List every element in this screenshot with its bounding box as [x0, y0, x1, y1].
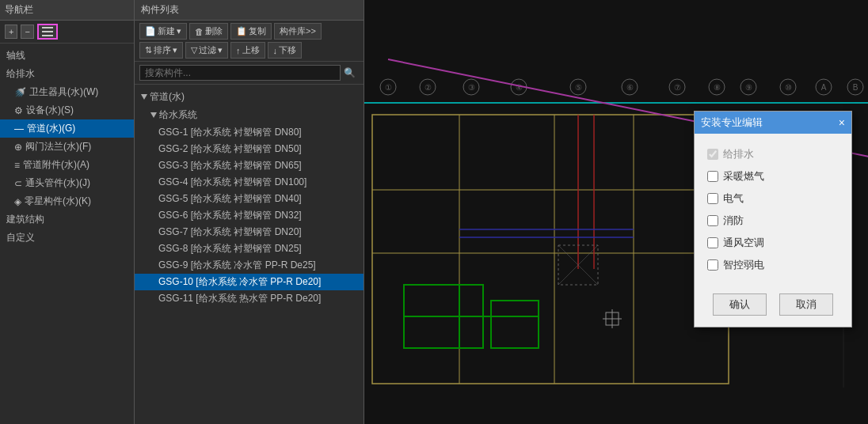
fitting-icon: ⊂ [14, 178, 22, 189]
component-header: 构件列表 [135, 0, 364, 21]
tree-item-9[interactable]: GSG-10 [给水系统 冷水管 PP-R De20] [135, 274, 364, 290]
down-icon: ↓ [273, 46, 278, 55]
up-icon: ↑ [236, 46, 241, 55]
checkbox-drainage: 给排水 [707, 143, 839, 165]
new-button[interactable]: 📄 新建▾ [139, 23, 187, 40]
sort-icon: ⇅ [145, 45, 152, 55]
component-tree: 管道(水) 给水系统 GSG-1 [给水系统 衬塑钢管 DN80] GSG-2 … [135, 85, 364, 424]
component-title: 构件列表 [141, 4, 179, 15]
checkbox-drainage-input[interactable] [707, 149, 718, 160]
checkbox-heating-input[interactable] [707, 171, 718, 182]
checkbox-drainage-label: 给排水 [723, 147, 754, 161]
search-icon: 🔍 [341, 66, 359, 80]
valve-icon: ⊕ [14, 142, 22, 153]
sidebar-item-misc[interactable]: ◈零星构件(水)(K) [0, 192, 134, 210]
pipe-accessory-icon: ≡ [14, 160, 20, 171]
sidebar-item-fitting[interactable]: ⊂通头管件(水)(J) [0, 174, 134, 192]
search-bar: 🔍 [135, 62, 364, 85]
modal-title: 安装专业编辑 [701, 115, 763, 130]
modal-overlay: 安装专业编辑 × 给排水 采暖燃气 电气 消防 [364, 0, 868, 424]
checkbox-fire: 消防 [707, 210, 839, 232]
checkbox-electrical-input[interactable] [707, 193, 718, 204]
tree-item-3[interactable]: GSG-4 [给水系统 衬塑钢管 DN100] [135, 174, 364, 191]
up-button[interactable]: ↑ 上移 [230, 42, 265, 59]
sidebar-item-pipe-accessory[interactable]: ≡管道附件(水)(A) [0, 156, 134, 174]
sidebar-item-building[interactable]: 建筑结构 [0, 210, 134, 229]
tree-item-4[interactable]: GSG-5 [给水系统 衬塑钢管 DN40] [135, 191, 364, 207]
sidebar-items-list: 轴线 给排水 🚿卫生器具(水)(W) ⚙设备(水)(S) —管道(水)(G) ⊕… [0, 44, 134, 424]
checkbox-hvac-label: 通风空调 [723, 236, 764, 250]
equipment-icon: ⚙ [14, 105, 23, 116]
svg-rect-0 [42, 27, 53, 28]
sidebar-toolbar: + − [0, 21, 134, 44]
expand-icon [150, 112, 157, 118]
checkbox-fire-input[interactable] [707, 215, 718, 226]
modal-close-button[interactable]: × [839, 117, 845, 128]
cad-view[interactable]: ① ② ③ ④ ⑤ ⑥ ⑦ ⑧ ⑨ ⑩ A B [364, 0, 868, 424]
checkbox-hvac-input[interactable] [707, 237, 718, 248]
sidebar-minus-button[interactable]: − [21, 25, 33, 39]
delete-icon: 🗑 [195, 27, 204, 36]
tree-group-pipe-water[interactable]: 管道(水) [135, 88, 364, 106]
tree-item-5[interactable]: GSG-6 [给水系统 衬塑钢管 DN32] [135, 207, 364, 224]
filter-button[interactable]: ▽ 过滤▾ [185, 42, 228, 59]
checkbox-heating-label: 采暖燃气 [723, 169, 764, 184]
sidebar-item-equipment[interactable]: ⚙设备(水)(S) [0, 101, 134, 119]
library-button[interactable]: 构件库>> [274, 23, 322, 40]
sort-button[interactable]: ⇅ 排序▾ [139, 42, 183, 59]
sidebar-item-drainage-group[interactable]: 给排水 [0, 65, 134, 83]
sidebar-item-axis[interactable]: 轴线 [0, 47, 134, 65]
tree-item-10[interactable]: GSG-11 [给水系统 热水管 PP-R De20] [135, 290, 364, 307]
sidebar-header: 导航栏 [0, 0, 134, 21]
sidebar: 导航栏 + − 轴线 给排水 🚿卫生器具(水)(W) ⚙设备(水)(S) —管道… [0, 0, 135, 424]
new-icon: 📄 [145, 26, 156, 36]
tree-item-0[interactable]: GSG-1 [给水系统 衬塑钢管 DN80] [135, 124, 364, 141]
tree-item-7[interactable]: GSG-8 [给水系统 衬塑钢管 DN25] [135, 240, 364, 257]
filter-icon: ▽ [191, 45, 197, 55]
checkbox-smart: 智控弱电 [707, 254, 839, 276]
modal-header: 安装专业编辑 × [695, 112, 851, 134]
install-professional-modal: 安装专业编辑 × 给排水 采暖燃气 电气 消防 [694, 111, 852, 327]
checkbox-electrical: 电气 [707, 187, 839, 210]
checkbox-smart-input[interactable] [707, 259, 718, 271]
sidebar-item-sanitary[interactable]: 🚿卫生器具(水)(W) [0, 83, 134, 101]
sanitary-icon: 🚿 [14, 87, 26, 98]
component-toolbar: 📄 新建▾ 🗑 删除 📋 复制 构件库>> ⇅ 排序▾ ▽ 过滤▾ ↑ 上移 ↓… [135, 21, 364, 62]
tree-item-1[interactable]: GSG-2 [给水系统 衬塑钢管 DN50] [135, 141, 364, 157]
down-button[interactable]: ↓ 下移 [268, 42, 303, 59]
tree-item-6[interactable]: GSG-7 [给水系统 衬塑钢管 DN20] [135, 224, 364, 240]
tree-item-8[interactable]: GSG-9 [给水系统 冷水管 PP-R De25] [135, 257, 364, 274]
sidebar-icon-button[interactable] [37, 24, 58, 40]
checkbox-hvac: 通风空调 [707, 232, 839, 254]
svg-rect-1 [42, 31, 53, 32]
sidebar-title: 导航栏 [5, 3, 33, 17]
sidebar-item-custom[interactable]: 自定义 [0, 229, 134, 247]
component-panel: 构件列表 📄 新建▾ 🗑 删除 📋 复制 构件库>> ⇅ 排序▾ ▽ 过滤▾ ↑… [135, 0, 364, 424]
cancel-button[interactable]: 取消 [779, 293, 833, 316]
checkbox-fire-label: 消防 [723, 214, 744, 228]
checkbox-smart-label: 智控弱电 [723, 258, 764, 272]
modal-body: 给排水 采暖燃气 电气 消防 通风空调 [695, 134, 851, 286]
tree-subgroup-water-supply[interactable]: 给水系统 [135, 106, 364, 124]
svg-rect-2 [42, 35, 53, 36]
sidebar-item-pipe[interactable]: —管道(水)(G) [0, 119, 134, 138]
checkbox-heating: 采暖燃气 [707, 165, 839, 187]
pipe-icon: — [14, 123, 24, 134]
tree-item-2[interactable]: GSG-3 [给水系统 衬塑钢管 DN65] [135, 157, 364, 174]
copy-button[interactable]: 📋 复制 [230, 23, 272, 40]
copy-icon: 📋 [236, 26, 247, 36]
confirm-button[interactable]: 确认 [713, 293, 767, 316]
misc-icon: ◈ [14, 196, 21, 207]
sidebar-item-valve[interactable]: ⊕阀门法兰(水)(F) [0, 138, 134, 156]
search-input[interactable] [139, 65, 341, 81]
delete-button[interactable]: 🗑 删除 [189, 23, 228, 40]
sidebar-add-button[interactable]: + [5, 25, 17, 39]
checkbox-electrical-label: 电气 [723, 191, 744, 206]
grid-icon [42, 27, 53, 36]
modal-footer: 确认 取消 [695, 286, 851, 327]
expand-icon [141, 94, 147, 100]
